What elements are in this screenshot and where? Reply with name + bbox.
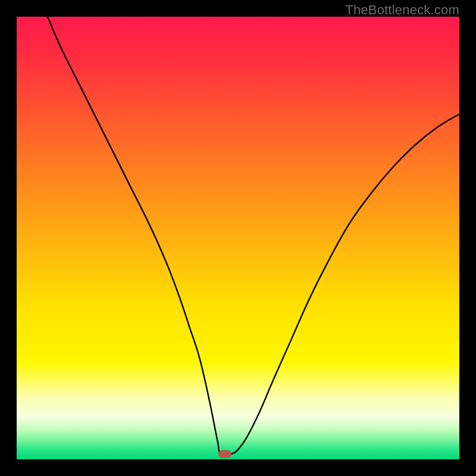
optimal-point-marker (218, 450, 231, 458)
plot-area (17, 17, 459, 459)
chart-frame: TheBottleneck.com (0, 0, 476, 476)
gradient-background (17, 17, 459, 459)
watermark-text: TheBottleneck.com (345, 2, 459, 18)
bottleneck-chart-svg (17, 17, 459, 459)
